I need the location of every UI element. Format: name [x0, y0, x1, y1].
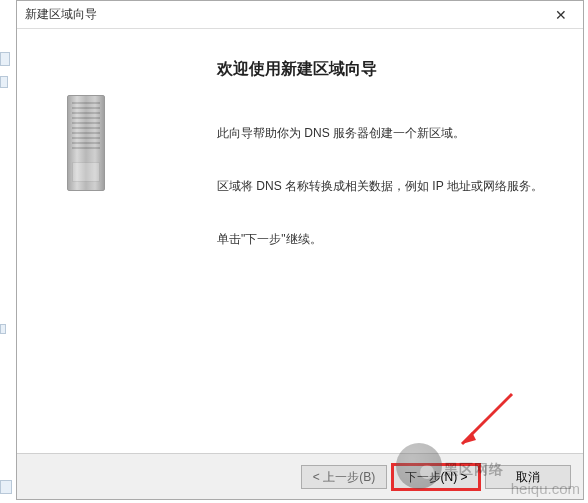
close-button[interactable]: ✕ [539, 1, 583, 29]
wizard-paragraph-3: 单击"下一步"继续。 [217, 230, 553, 249]
wizard-paragraph-1: 此向导帮助你为 DNS 服务器创建一个新区域。 [217, 124, 553, 143]
wizard-window: 新建区域向导 ✕ 欢迎使用新建区域向导 此向导帮助你为 DNS 服 [16, 0, 584, 500]
next-button[interactable]: 下一步(N) > [393, 465, 479, 489]
wizard-heading: 欢迎使用新建区域向导 [217, 59, 553, 80]
window-title: 新建区域向导 [25, 6, 97, 23]
wizard-text-pane: 欢迎使用新建区域向导 此向导帮助你为 DNS 服务器创建一个新区域。 区域将 D… [197, 29, 583, 453]
wizard-paragraph-2: 区域将 DNS 名称转换成相关数据，例如 IP 地址或网络服务。 [217, 177, 553, 196]
wizard-sidebar-image-pane [17, 29, 197, 453]
cancel-button[interactable]: 取消 [485, 465, 571, 489]
left-cropped-fragment [0, 0, 16, 500]
server-icon [67, 95, 105, 191]
wizard-footer: < 上一步(B) 下一步(N) > 取消 [17, 453, 583, 499]
wizard-content: 欢迎使用新建区域向导 此向导帮助你为 DNS 服务器创建一个新区域。 区域将 D… [17, 29, 583, 453]
back-button: < 上一步(B) [301, 465, 387, 489]
titlebar: 新建区域向导 ✕ [17, 1, 583, 29]
close-icon: ✕ [555, 7, 567, 23]
